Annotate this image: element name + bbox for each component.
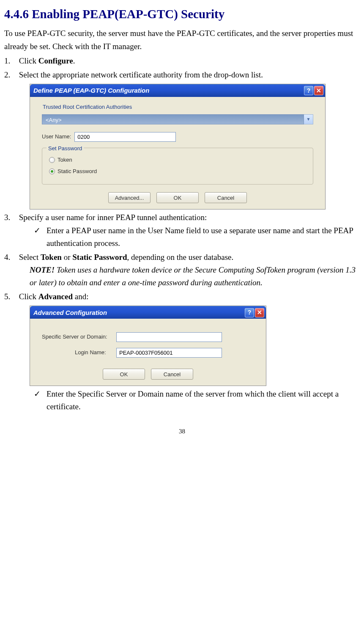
ok-button[interactable]: OK bbox=[103, 369, 145, 380]
close-icon[interactable]: ✕ bbox=[314, 86, 323, 95]
step-text: , depending on the user database. bbox=[127, 253, 234, 262]
define-peap-dialog: Define PEAP (EAP-GTC) Configuration ? ✕ … bbox=[30, 84, 326, 210]
dialog-button-row: Advanced... OK Cancel bbox=[38, 192, 317, 203]
dialog-title: Advanced Configuration bbox=[33, 308, 244, 318]
step-text: Click bbox=[19, 292, 38, 301]
ok-button[interactable]: OK bbox=[156, 192, 199, 203]
set-password-legend: Set Password bbox=[47, 144, 84, 153]
step-text: and: bbox=[73, 292, 88, 301]
note-label: NOTE! bbox=[30, 265, 55, 274]
steps-list: Click Configure. Select the appropriate … bbox=[4, 55, 360, 413]
step-bold: Configure bbox=[38, 56, 73, 65]
step-text: Select the appropriate network certifica… bbox=[19, 70, 263, 79]
help-icon[interactable]: ? bbox=[245, 308, 254, 317]
sub-text: Enter the Specific Server or Domain name… bbox=[47, 389, 339, 411]
close-icon[interactable]: ✕ bbox=[255, 308, 264, 317]
intro-paragraph: To use PEAP-GTC security, the server mus… bbox=[4, 27, 360, 53]
step-2: Select the appropriate network certifica… bbox=[4, 69, 360, 210]
login-row: Login Name: bbox=[42, 348, 254, 358]
step-3: Specify a user name for inner PEAP tunne… bbox=[4, 211, 360, 250]
dialog-body: Specific Server or Domain: Login Name: O… bbox=[30, 319, 266, 386]
radio-static-label: Static Password bbox=[57, 167, 97, 176]
server-input[interactable] bbox=[116, 332, 222, 342]
trca-combobox[interactable]: <Any> ▼ bbox=[42, 114, 313, 124]
server-row: Specific Server or Domain: bbox=[42, 332, 254, 342]
radio-token-row[interactable]: Token bbox=[49, 156, 306, 165]
radio-token-label: Token bbox=[57, 156, 72, 165]
step-1: Click Configure. bbox=[4, 55, 360, 67]
trca-value: <Any> bbox=[42, 114, 304, 124]
username-input[interactable] bbox=[74, 132, 176, 142]
chevron-down-icon[interactable]: ▼ bbox=[304, 114, 313, 124]
login-input[interactable] bbox=[116, 348, 222, 358]
username-label: User Name: bbox=[42, 132, 71, 141]
radio-static-row[interactable]: Static Password bbox=[49, 167, 306, 176]
step-text: . bbox=[73, 56, 75, 65]
page-number: 38 bbox=[4, 426, 360, 436]
set-password-group: Set Password Token Static Password bbox=[42, 148, 313, 185]
cancel-button[interactable]: Cancel bbox=[205, 192, 247, 203]
step-5: Click Advanced and: Advanced Configurati… bbox=[4, 290, 360, 413]
advanced-button[interactable]: Advanced... bbox=[108, 192, 151, 203]
login-label: Login Name: bbox=[42, 348, 113, 357]
note: NOTE! Token uses a hardware token device… bbox=[17, 264, 360, 289]
step-bold: Static Password bbox=[72, 253, 127, 262]
step-3-sub-1: Enter a PEAP user name in the User Name … bbox=[34, 224, 360, 250]
step-bold: Advanced bbox=[38, 292, 73, 301]
server-label: Specific Server or Domain: bbox=[42, 333, 113, 342]
dialog-title: Define PEAP (EAP-GTC) Configuration bbox=[33, 85, 303, 96]
step-3-sublist: Enter a PEAP user name in the User Name … bbox=[17, 224, 360, 250]
step-text: Select bbox=[19, 253, 41, 262]
help-icon[interactable]: ? bbox=[304, 86, 313, 95]
cancel-button[interactable]: Cancel bbox=[151, 369, 193, 380]
note-text: Token uses a hardware token device or th… bbox=[30, 265, 356, 287]
step-5-sublist: Enter the Specific Server or Domain name… bbox=[17, 388, 360, 413]
step-5-sub-1: Enter the Specific Server or Domain name… bbox=[34, 388, 360, 413]
username-row: User Name: bbox=[42, 132, 313, 142]
step-text: or bbox=[62, 253, 72, 262]
step-text: Click bbox=[19, 56, 38, 65]
radio-icon bbox=[49, 168, 55, 174]
step-text: Specify a user name for inner PEAP tunne… bbox=[19, 213, 207, 222]
section-heading: 4.4.6 Enabling PEAP(EAP-GTC) Security bbox=[4, 4, 360, 24]
titlebar: Define PEAP (EAP-GTC) Configuration ? ✕ bbox=[30, 84, 325, 97]
advanced-config-dialog: Advanced Configuration ? ✕ Specific Serv… bbox=[30, 306, 266, 386]
trca-label: Trusted Root Certification Authorities bbox=[43, 103, 317, 112]
step-bold: Token bbox=[41, 253, 62, 262]
dialog-body: Trusted Root Certification Authorities <… bbox=[30, 97, 325, 209]
sub-text: Enter a PEAP user name in the User Name … bbox=[47, 226, 353, 248]
dialog-button-row: OK Cancel bbox=[38, 369, 258, 380]
titlebar: Advanced Configuration ? ✕ bbox=[30, 306, 266, 319]
step-4: Select Token or Static Password, dependi… bbox=[4, 251, 360, 289]
radio-icon bbox=[49, 157, 55, 163]
